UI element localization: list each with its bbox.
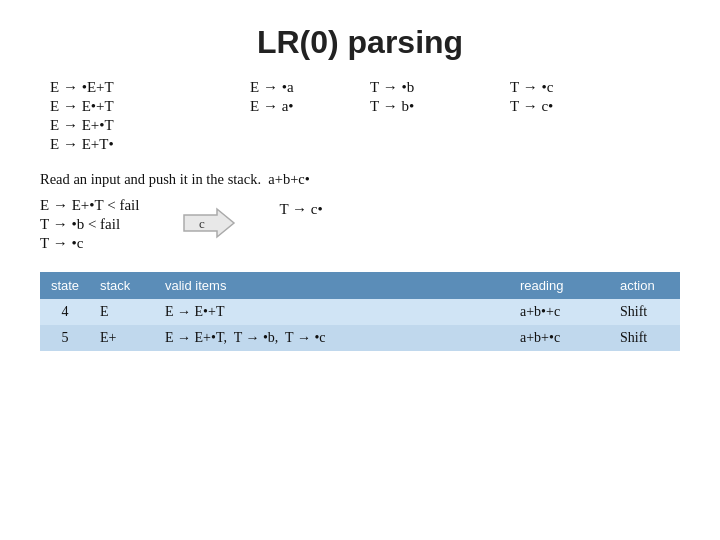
lr-table: state stack valid items reading action 4… (40, 272, 680, 351)
svg-text:c: c (199, 216, 205, 231)
header-reading: reading (510, 272, 610, 299)
grammar-grid: E → •E+T E → •a T → •b T → •c E → E•+T E… (50, 79, 680, 153)
page-title: LR(0) parsing (40, 24, 680, 61)
main-page: LR(0) parsing E → •E+T E → •a T → •b T →… (0, 0, 720, 540)
grammar-col1-row4: E → E+T• (50, 136, 250, 153)
header-state: state (40, 272, 90, 299)
grammar-col4-row3 (510, 117, 640, 134)
derivations-list: E → E+•T < fail T → •b < fail T → •c (40, 197, 139, 252)
header-valid: valid items (155, 272, 510, 299)
svg-marker-0 (184, 209, 234, 237)
derivation-section: E → E+•T < fail T → •b < fail T → •c c T… (40, 197, 680, 252)
grammar-col2-row3 (250, 117, 370, 134)
grammar-col2-row4 (250, 136, 370, 153)
c-arrow-icon: c (179, 203, 239, 243)
grammar-col3-row1: T → •b (370, 79, 510, 96)
header-action: action (610, 272, 680, 299)
grammar-col3-row2: T → b• (370, 98, 510, 115)
table-row: 4 E E → E•+T a+b•+c Shift (40, 299, 680, 325)
table-row: 5 E+ E → E+•T, T → •b, T → •c a+b+•c Shi… (40, 325, 680, 351)
cell-reading-1: a+b•+c (510, 299, 610, 325)
grammar-col4-row2: T → c• (510, 98, 640, 115)
cell-action-1: Shift (610, 299, 680, 325)
cell-valid-1: E → E•+T (155, 299, 510, 325)
header-stack: stack (90, 272, 155, 299)
arrow-container: c (179, 203, 239, 243)
grammar-col2-row2: E → a• (250, 98, 370, 115)
cell-stack-1: E (90, 299, 155, 325)
grammar-col4-row1: T → •c (510, 79, 640, 96)
grammar-col2-row1: E → •a (250, 79, 370, 96)
deriv-2: T → •b < fail (40, 216, 139, 233)
cell-action-2: Shift (610, 325, 680, 351)
cell-reading-2: a+b+•c (510, 325, 610, 351)
grammar-col3-row4 (370, 136, 510, 153)
table-header-row: state stack valid items reading action (40, 272, 680, 299)
grammar-col1-row2: E → E•+T (50, 98, 250, 115)
grammar-col1-row3: E → E+•T (50, 117, 250, 134)
grammar-col3-row3 (370, 117, 510, 134)
cell-stack-2: E+ (90, 325, 155, 351)
deriv-1: E → E+•T < fail (40, 197, 139, 214)
cell-valid-2: E → E+•T, T → •b, T → •c (155, 325, 510, 351)
read-instruction: Read an input and push it in the stack. … (40, 169, 680, 191)
grammar-col1-row1: E → •E+T (50, 79, 250, 96)
cell-state-2: 5 (40, 325, 90, 351)
grammar-col4-row4 (510, 136, 640, 153)
deriv-3: T → •c (40, 235, 139, 252)
cell-state-1: 4 (40, 299, 90, 325)
t-result: T → c• (279, 201, 322, 218)
